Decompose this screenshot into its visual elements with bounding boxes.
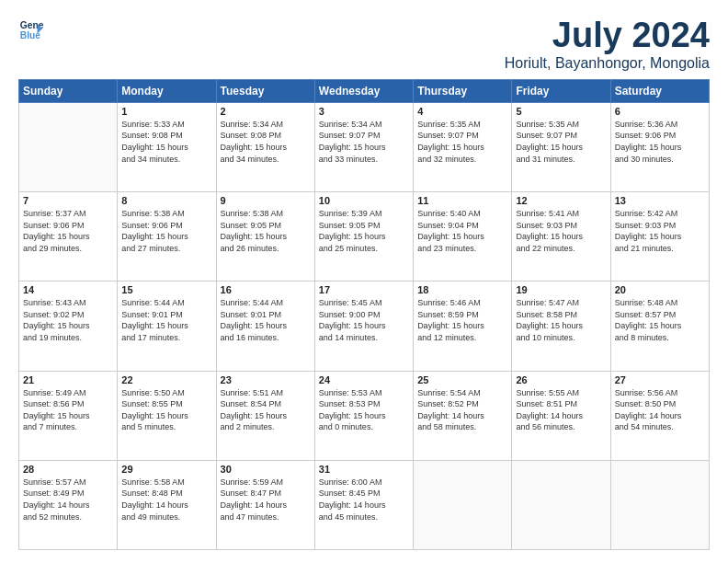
calendar-cell: 28Sunrise: 5:57 AMSunset: 8:49 PMDayligh… [19,460,118,549]
day-info: Sunrise: 5:39 AMSunset: 9:05 PMDaylight:… [319,208,409,254]
calendar-cell: 10Sunrise: 5:39 AMSunset: 9:05 PMDayligh… [314,192,413,282]
day-number: 13 [615,195,705,206]
day-info: Sunrise: 5:47 AMSunset: 8:58 PMDaylight:… [516,297,606,343]
calendar-cell: 5Sunrise: 5:35 AMSunset: 9:07 PMDaylight… [512,102,610,191]
calendar-cell: 2Sunrise: 5:34 AMSunset: 9:08 PMDaylight… [216,102,314,191]
day-number: 4 [417,106,507,117]
day-info: Sunrise: 5:55 AMSunset: 8:51 PMDaylight:… [516,387,606,433]
day-number: 25 [417,374,507,385]
day-number: 12 [516,195,606,206]
day-info: Sunrise: 5:43 AMSunset: 9:02 PMDaylight:… [23,297,113,343]
day-number: 16 [221,284,311,295]
location-title: Horiult, Bayanhongor, Mongolia [505,55,710,72]
day-number: 21 [23,374,113,385]
day-info: Sunrise: 5:44 AMSunset: 9:01 PMDaylight:… [221,297,311,343]
day-info: Sunrise: 5:34 AMSunset: 9:08 PMDaylight:… [221,119,311,165]
day-number: 6 [615,106,705,117]
day-number: 2 [221,106,311,117]
calendar-cell: 18Sunrise: 5:46 AMSunset: 8:59 PMDayligh… [414,282,512,371]
calendar-cell [414,460,512,549]
title-block: July 2024 Horiult, Bayanhongor, Mongolia [505,17,710,72]
weekday-header-monday: Monday [118,79,216,102]
day-number: 30 [221,464,311,475]
day-number: 17 [319,284,409,295]
day-info: Sunrise: 5:54 AMSunset: 8:52 PMDaylight:… [417,387,507,433]
week-row-2: 7Sunrise: 5:37 AMSunset: 9:06 PMDaylight… [19,192,710,282]
page: General Blue July 2024 Horiult, Bayanhon… [0,0,728,563]
day-info: Sunrise: 5:53 AMSunset: 8:53 PMDaylight:… [319,387,409,433]
calendar-cell: 15Sunrise: 5:44 AMSunset: 9:01 PMDayligh… [118,282,216,371]
day-info: Sunrise: 5:58 AMSunset: 8:48 PMDaylight:… [121,477,211,523]
day-number: 27 [615,374,705,385]
weekday-header-wednesday: Wednesday [314,79,413,102]
day-number: 29 [121,464,211,475]
calendar-cell: 3Sunrise: 5:34 AMSunset: 9:07 PMDaylight… [314,102,413,191]
day-number: 19 [516,284,606,295]
weekday-header-thursday: Thursday [414,79,512,102]
weekday-header-tuesday: Tuesday [216,79,314,102]
calendar-cell: 25Sunrise: 5:54 AMSunset: 8:52 PMDayligh… [414,371,512,460]
day-number: 26 [516,374,606,385]
calendar-cell [19,102,118,191]
day-info: Sunrise: 6:00 AMSunset: 8:45 PMDaylight:… [319,477,409,523]
week-row-1: 1Sunrise: 5:33 AMSunset: 9:08 PMDaylight… [19,102,710,191]
day-number: 28 [23,464,113,475]
calendar-cell: 22Sunrise: 5:50 AMSunset: 8:55 PMDayligh… [118,371,216,460]
calendar-cell: 9Sunrise: 5:38 AMSunset: 9:05 PMDaylight… [216,192,314,282]
month-title: July 2024 [505,17,710,55]
calendar-cell: 17Sunrise: 5:45 AMSunset: 9:00 PMDayligh… [314,282,413,371]
day-number: 5 [516,106,606,117]
calendar-cell: 23Sunrise: 5:51 AMSunset: 8:54 PMDayligh… [216,371,314,460]
day-info: Sunrise: 5:37 AMSunset: 9:06 PMDaylight:… [23,208,113,254]
week-row-3: 14Sunrise: 5:43 AMSunset: 9:02 PMDayligh… [19,282,710,371]
day-info: Sunrise: 5:56 AMSunset: 8:50 PMDaylight:… [615,387,705,433]
day-info: Sunrise: 5:41 AMSunset: 9:03 PMDaylight:… [516,208,606,254]
calendar-cell: 29Sunrise: 5:58 AMSunset: 8:48 PMDayligh… [118,460,216,549]
day-number: 11 [417,195,507,206]
weekday-header-friday: Friday [512,79,610,102]
calendar-cell: 21Sunrise: 5:49 AMSunset: 8:56 PMDayligh… [19,371,118,460]
calendar-cell: 1Sunrise: 5:33 AMSunset: 9:08 PMDaylight… [118,102,216,191]
day-number: 22 [121,374,211,385]
day-number: 20 [615,284,705,295]
week-row-5: 28Sunrise: 5:57 AMSunset: 8:49 PMDayligh… [19,460,710,549]
calendar-cell: 7Sunrise: 5:37 AMSunset: 9:06 PMDaylight… [19,192,118,282]
day-number: 1 [121,106,211,117]
day-number: 31 [319,464,409,475]
day-number: 8 [121,195,211,206]
day-number: 9 [221,195,311,206]
day-info: Sunrise: 5:46 AMSunset: 8:59 PMDaylight:… [417,297,507,343]
day-info: Sunrise: 5:59 AMSunset: 8:47 PMDaylight:… [221,477,311,523]
calendar-cell: 4Sunrise: 5:35 AMSunset: 9:07 PMDaylight… [414,102,512,191]
day-number: 18 [417,284,507,295]
day-info: Sunrise: 5:48 AMSunset: 8:57 PMDaylight:… [615,297,705,343]
logo: General Blue [18,17,44,42]
calendar-cell: 8Sunrise: 5:38 AMSunset: 9:06 PMDaylight… [118,192,216,282]
day-number: 23 [221,374,311,385]
calendar-cell: 27Sunrise: 5:56 AMSunset: 8:50 PMDayligh… [610,371,709,460]
weekday-header-saturday: Saturday [610,79,709,102]
header: General Blue July 2024 Horiult, Bayanhon… [18,17,710,72]
calendar-cell [610,460,709,549]
day-info: Sunrise: 5:42 AMSunset: 9:03 PMDaylight:… [615,208,705,254]
calendar-cell: 6Sunrise: 5:36 AMSunset: 9:06 PMDaylight… [610,102,709,191]
day-number: 24 [319,374,409,385]
day-info: Sunrise: 5:34 AMSunset: 9:07 PMDaylight:… [319,119,409,165]
day-number: 14 [23,284,113,295]
day-info: Sunrise: 5:38 AMSunset: 9:05 PMDaylight:… [221,208,311,254]
day-info: Sunrise: 5:35 AMSunset: 9:07 PMDaylight:… [417,119,507,165]
day-info: Sunrise: 5:45 AMSunset: 9:00 PMDaylight:… [319,297,409,343]
calendar-cell: 11Sunrise: 5:40 AMSunset: 9:04 PMDayligh… [414,192,512,282]
calendar-cell: 13Sunrise: 5:42 AMSunset: 9:03 PMDayligh… [610,192,709,282]
calendar-cell: 16Sunrise: 5:44 AMSunset: 9:01 PMDayligh… [216,282,314,371]
calendar-cell: 31Sunrise: 6:00 AMSunset: 8:45 PMDayligh… [314,460,413,549]
calendar-table: SundayMondayTuesdayWednesdayThursdayFrid… [18,79,710,550]
weekday-header-row: SundayMondayTuesdayWednesdayThursdayFrid… [19,79,710,102]
day-info: Sunrise: 5:51 AMSunset: 8:54 PMDaylight:… [221,387,311,433]
day-number: 3 [319,106,409,117]
day-number: 10 [319,195,409,206]
calendar-cell: 26Sunrise: 5:55 AMSunset: 8:51 PMDayligh… [512,371,610,460]
day-info: Sunrise: 5:57 AMSunset: 8:49 PMDaylight:… [23,477,113,523]
calendar-cell: 30Sunrise: 5:59 AMSunset: 8:47 PMDayligh… [216,460,314,549]
weekday-header-sunday: Sunday [19,79,118,102]
